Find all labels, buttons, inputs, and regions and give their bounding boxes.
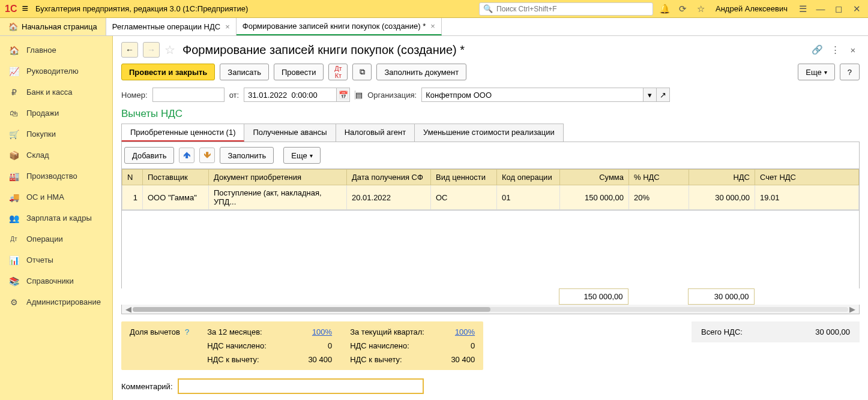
link-icon[interactable]: 🔗 [810, 44, 824, 55]
minimize-icon[interactable]: — [814, 4, 827, 14]
col-nds[interactable]: НДС [689, 170, 755, 185]
total-sum: 150 000,00 [559, 289, 628, 305]
total-nds: 30 000,00 [688, 289, 754, 305]
col-date[interactable]: Дата получения СФ [347, 170, 431, 185]
subtab-advances[interactable]: Полученные авансы [244, 124, 336, 142]
sidebar-item-reports[interactable]: 📊Отчеты [0, 249, 112, 270]
col-kind[interactable]: Вид ценности [431, 170, 497, 185]
kebab-icon[interactable]: ⋮ [828, 44, 842, 55]
close-page-icon[interactable]: × [846, 45, 860, 55]
cell-code: 01 [497, 185, 560, 210]
star-icon[interactable]: ☆ [694, 4, 707, 14]
submit-and-close-button[interactable]: Провести и закрыть [121, 64, 215, 80]
sidebar-item-operations[interactable]: ДтОперации [0, 228, 112, 249]
date-input[interactable] [244, 88, 337, 102]
sidebar-item-production[interactable]: 🏭Производство [0, 166, 112, 187]
twelve-charged-label: НДС начислено: [207, 341, 285, 350]
sidebar: 🏠Главное 📈Руководителю ₽Банк и касса 🛍Пр… [0, 36, 113, 400]
sidebar-item-label: ОС и НМА [26, 193, 64, 201]
twelve-charged: 0 [290, 341, 332, 350]
move-up-button[interactable]: 🡹 [179, 148, 194, 163]
menu-icon[interactable]: ≡ [22, 2, 28, 15]
sidebar-item-warehouse[interactable]: 📦Склад [0, 145, 112, 166]
comment-label: Комментарий: [121, 382, 173, 391]
cell-supplier: ООО "Гамма" [143, 185, 209, 210]
doc-tab-1-label: Формирование записей книги покупок (созд… [243, 22, 426, 31]
close-icon[interactable]: × [225, 22, 230, 31]
history-icon[interactable]: ⟳ [676, 4, 689, 14]
twelve-percent-link[interactable]: 100% [290, 327, 332, 336]
sidebar-item-purchases[interactable]: 🛒Покупки [0, 124, 112, 145]
global-search[interactable]: 🔍 [479, 2, 653, 16]
subtab-tax-agent[interactable]: Налоговый агент [336, 124, 415, 142]
move-down-button[interactable]: 🡻 [199, 148, 215, 163]
col-sum[interactable]: Сумма [560, 170, 629, 185]
table-more-button[interactable]: Еще [283, 147, 320, 164]
close-window-icon[interactable]: ✕ [850, 4, 863, 14]
col-n[interactable]: N [122, 170, 143, 185]
user-name[interactable]: Андрей Алексеевич [716, 4, 788, 13]
comment-input[interactable] [178, 378, 424, 394]
more-button[interactable]: Еще [798, 64, 834, 80]
number-label: Номер: [121, 91, 148, 100]
quarter-deduct-label: НДС к вычету: [350, 355, 428, 364]
maximize-icon[interactable]: ◻ [832, 4, 845, 14]
favorite-star-icon[interactable]: ☆ [164, 43, 175, 57]
submit-button[interactable]: Провести [274, 64, 324, 80]
quarter-charged: 0 [433, 341, 475, 350]
cell-sum: 150 000,00 [560, 185, 629, 210]
sidebar-item-sales[interactable]: 🛍Продажи [0, 103, 112, 124]
save-button[interactable]: Записать [220, 64, 269, 80]
close-icon[interactable]: × [430, 22, 435, 31]
subtab-reduction[interactable]: Уменьшение стоимости реализации [414, 124, 564, 142]
col-code[interactable]: Код операции [497, 170, 560, 185]
sidebar-item-label: Справочники [26, 276, 74, 285]
nav-forward-button[interactable]: → [143, 42, 160, 58]
sidebar-item-manager[interactable]: 📈Руководителю [0, 61, 112, 82]
list-icon[interactable]: ▤ [355, 91, 363, 100]
help-icon[interactable]: ? [185, 327, 189, 336]
chart-icon: 📈 [8, 67, 19, 76]
table-row[interactable]: 1 ООО "Гамма" Поступление (акт, накладна… [122, 185, 859, 210]
fill-document-button[interactable]: Заполнить документ [376, 64, 466, 80]
dt-kt-button[interactable]: ДтКт [328, 64, 348, 80]
horizontal-scrollbar[interactable]: ◀ ▶ [121, 305, 860, 314]
search-input[interactable] [496, 5, 649, 13]
sidebar-item-catalogs[interactable]: 📚Справочники [0, 270, 112, 291]
sidebar-item-assets[interactable]: 🚚ОС и НМА [0, 187, 112, 207]
subtab-acquired[interactable]: Приобретенные ценности (1) [121, 124, 244, 142]
doc-tab-1[interactable]: Формирование записей книги покупок (созд… [237, 18, 442, 35]
open-icon[interactable]: ↗ [657, 88, 670, 102]
people-icon: 👥 [8, 213, 19, 223]
home-tab[interactable]: 🏠 Начальная страница [0, 18, 106, 35]
dropdown-icon[interactable]: ▾ [643, 88, 657, 102]
add-row-button[interactable]: Добавить [124, 147, 174, 164]
nav-back-button[interactable]: ← [121, 42, 138, 58]
related-docs-button[interactable]: ⧉ [352, 64, 372, 80]
sidebar-item-bank[interactable]: ₽Банк и касса [0, 82, 112, 103]
sidebar-item-label: Операции [26, 234, 63, 243]
bell-icon[interactable]: 🔔 [658, 4, 671, 14]
col-acct[interactable]: Счет НДС [755, 170, 859, 185]
app-title: Бухгалтерия предприятия, редакция 3.0 (1… [35, 4, 248, 13]
col-supplier[interactable]: Поставщик [143, 170, 209, 185]
sidebar-item-label: Администрирование [26, 297, 101, 306]
col-rate[interactable]: % НДС [629, 170, 689, 185]
help-button[interactable]: ? [840, 64, 860, 80]
settings-icon[interactable]: ☰ [796, 4, 809, 14]
scroll-right-icon[interactable]: ▶ [848, 305, 857, 314]
quarter-percent-link[interactable]: 100% [433, 327, 475, 336]
sidebar-item-label: Главное [26, 46, 56, 55]
sidebar-item-admin[interactable]: ⚙Администрирование [0, 291, 112, 312]
calendar-icon[interactable]: 📅 [337, 88, 350, 102]
organization-input[interactable] [421, 88, 643, 102]
fill-button[interactable]: Заполнить [220, 147, 274, 164]
number-input[interactable] [152, 88, 225, 102]
sidebar-item-hr[interactable]: 👥Зарплата и кадры [0, 207, 112, 228]
doc-tab-0[interactable]: Регламентные операции НДС × [106, 18, 237, 35]
from-label: от: [229, 91, 240, 100]
table-empty-area [121, 210, 860, 288]
col-doc[interactable]: Документ приобретения [209, 170, 347, 185]
sidebar-item-main[interactable]: 🏠Главное [0, 40, 112, 61]
scroll-left-icon[interactable]: ◀ [124, 305, 133, 314]
